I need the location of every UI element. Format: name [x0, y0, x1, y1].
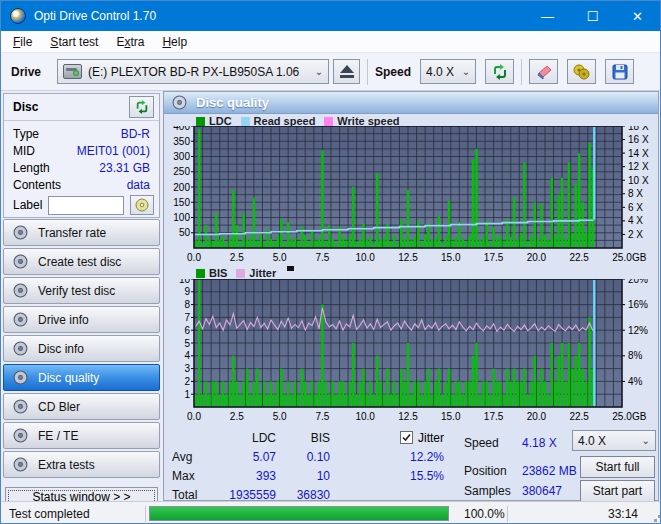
- position-stat-value: 23862 MB: [522, 464, 577, 478]
- stats-table: LDCBISJitterAvg5.070.1012.2%Max3931015.5…: [172, 428, 444, 504]
- disc-info-label: Contents: [13, 178, 61, 192]
- close-button[interactable]: ✕: [615, 1, 660, 31]
- resize-grip[interactable]: [654, 519, 657, 522]
- svg-text:1: 1: [184, 389, 190, 400]
- toolbar-separator: [367, 59, 368, 85]
- sidebar-item-create-test-disc[interactable]: Create test disc: [3, 248, 160, 275]
- toolbar-separator: [521, 59, 522, 85]
- speed-row: Speed 4.18 X: [464, 436, 557, 450]
- svg-text:5: 5: [184, 338, 190, 349]
- start-part-button[interactable]: Start part: [580, 480, 655, 502]
- svg-text:2.5: 2.5: [230, 252, 244, 263]
- legend-swatch-icon: [236, 269, 245, 278]
- refresh-speeds-button[interactable]: [485, 59, 514, 84]
- svg-text:5.0: 5.0: [273, 252, 287, 263]
- jitter-checkbox[interactable]: [400, 431, 413, 444]
- svg-text:22.5: 22.5: [569, 252, 589, 263]
- disc-icon: [13, 225, 28, 240]
- chevron-down-icon: ⌄: [458, 66, 470, 77]
- sidebar-item-verify-test-disc[interactable]: Verify test disc: [3, 277, 160, 304]
- drive-label: Drive: [11, 65, 41, 79]
- panel-title: Disc quality: [196, 95, 269, 110]
- sidebar-item-label: Disc quality: [38, 371, 99, 385]
- disc-icon: [13, 428, 28, 443]
- sidebar-item-disc-info[interactable]: Disc info: [3, 335, 160, 362]
- drive-icon: [63, 64, 82, 79]
- start-full-button[interactable]: Start full: [580, 456, 655, 478]
- menu-item-file[interactable]: File: [4, 31, 41, 53]
- sidebar-item-label: Extra tests: [38, 458, 95, 472]
- position-row: Position 23862 MB: [464, 464, 577, 478]
- maximize-button[interactable]: ☐: [570, 1, 615, 31]
- legend-swatch-icon: [241, 117, 250, 126]
- disc-info-label: Length: [13, 161, 50, 175]
- disc-icon: [13, 254, 28, 269]
- svg-text:9: 9: [184, 286, 190, 297]
- svg-text:0.0: 0.0: [187, 411, 201, 422]
- stats-bis-value: 0.10: [276, 450, 330, 464]
- eject-button[interactable]: [333, 59, 360, 84]
- sidebar-item-label: Disc info: [38, 342, 84, 356]
- legend-label: BIS: [209, 267, 227, 279]
- minimize-button[interactable]: —: [525, 1, 570, 31]
- legend-item: BIS: [196, 267, 227, 279]
- disc-icon: [172, 95, 187, 110]
- stats-ldc-value: 5.07: [228, 450, 276, 464]
- menu-item-extra[interactable]: Extra: [107, 31, 153, 53]
- sidebar-item-fe-te[interactable]: FE / TE: [3, 422, 160, 449]
- svg-text:2: 2: [184, 376, 190, 387]
- speed-select[interactable]: 4.0 X ⌄: [420, 59, 476, 84]
- disc-info-row: Contentsdata: [13, 176, 150, 193]
- menu-item-start-test[interactable]: Start test: [41, 31, 107, 53]
- svg-text:0.0: 0.0: [187, 252, 201, 263]
- svg-text:4: 4: [184, 350, 190, 361]
- sidebar-item-label: Verify test disc: [38, 284, 115, 298]
- svg-text:7.5: 7.5: [315, 252, 329, 263]
- disc-info-label: Type: [13, 127, 39, 141]
- sidebar-item-cd-bler[interactable]: CD Bler: [3, 393, 160, 420]
- stats-ldc-value: 1935559: [228, 488, 276, 502]
- svg-text:20%: 20%: [628, 279, 648, 285]
- test-speed-select[interactable]: 4.0 X ⌄: [572, 430, 656, 451]
- jitter-header: Jitter: [330, 431, 444, 445]
- svg-text:17.5: 17.5: [484, 252, 504, 263]
- legend-swatch-icon: [196, 269, 205, 278]
- menu-item-help[interactable]: Help: [153, 31, 196, 53]
- svg-text:7.5: 7.5: [315, 411, 329, 422]
- sidebar-item-label: Transfer rate: [38, 226, 106, 240]
- disc-label-button[interactable]: [130, 195, 154, 215]
- svg-text:17.5: 17.5: [484, 411, 504, 422]
- svg-text:16%: 16%: [628, 299, 648, 310]
- disc-info-label: MID: [13, 144, 35, 158]
- disc-icon: [13, 312, 28, 327]
- refresh-disc-button[interactable]: [129, 96, 154, 118]
- disc-icon: [13, 399, 28, 414]
- sidebar-item-label: CD Bler: [38, 400, 80, 414]
- sidebar-item-transfer-rate[interactable]: Transfer rate: [3, 219, 160, 246]
- sidebar-item-disc-quality[interactable]: Disc quality: [3, 364, 160, 391]
- disc-tools-button[interactable]: [567, 59, 596, 84]
- stats-row-label: Total: [172, 488, 228, 502]
- erase-disc-button[interactable]: [529, 59, 558, 84]
- svg-text:15.0: 15.0: [441, 411, 461, 422]
- check-icon: [401, 432, 412, 443]
- chevron-down-icon: ⌄: [311, 66, 323, 77]
- sidebar-item-label: Create test disc: [38, 255, 121, 269]
- speed-select-value: 4.0 X: [426, 65, 454, 79]
- disc-info-value: MEIT01 (001): [77, 144, 150, 158]
- sidebar-item-drive-info[interactable]: Drive info: [3, 306, 160, 333]
- label-input[interactable]: [48, 196, 124, 215]
- progress-bar: [149, 506, 449, 521]
- save-button[interactable]: [605, 59, 634, 84]
- svg-text:3: 3: [184, 363, 190, 374]
- statusbar-separator: [507, 506, 508, 522]
- disc-info-row: TypeBD-R: [13, 125, 150, 142]
- svg-text:200: 200: [173, 182, 190, 193]
- speed-stat-value: 4.18 X: [522, 436, 557, 450]
- drive-select[interactable]: (E:) PLEXTOR BD-R PX-LB950SA 1.06 ⌄: [57, 59, 329, 84]
- drive-select-value: (E:) PLEXTOR BD-R PX-LB950SA 1.06: [88, 65, 299, 79]
- disc-info-value: BD-R: [121, 127, 150, 141]
- sidebar-item-extra-tests[interactable]: Extra tests: [3, 451, 160, 478]
- svg-text:10 X: 10 X: [628, 175, 649, 186]
- cd-icon: [135, 198, 149, 212]
